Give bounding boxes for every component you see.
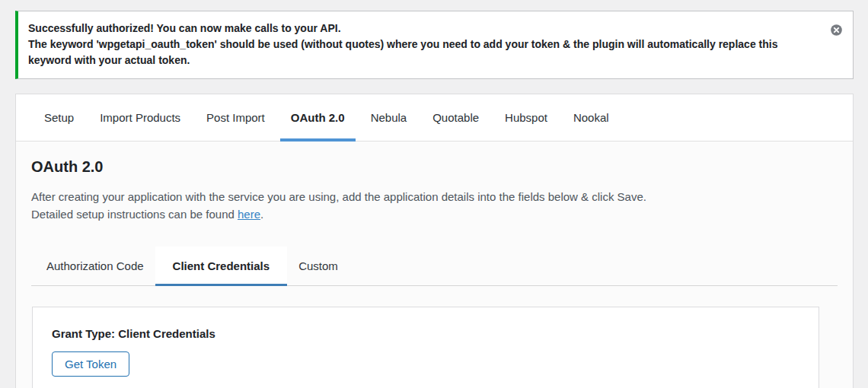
panel-title: OAuth 2.0 <box>31 157 838 176</box>
oauth-panel: OAuth 2.0 After creating your applicatio… <box>16 142 853 388</box>
notice-line1: Successfully authorized! You can now mak… <box>28 22 341 34</box>
notice-message: Successfully authorized! You can now mak… <box>28 21 816 68</box>
instructions-suffix: . <box>260 208 263 221</box>
tab-nebula[interactable]: Nebula <box>358 94 420 141</box>
subtab-custom[interactable]: Custom <box>287 246 349 285</box>
notice-line2: The keyword 'wpgetapi_oauth_token' shoul… <box>28 38 777 66</box>
get-token-button[interactable]: Get Token <box>52 351 129 377</box>
description-line1: After creating your application with the… <box>31 190 646 203</box>
grant-type-box: Grant Type: Client Credentials Get Token <box>32 307 819 388</box>
subtab-authorization-code[interactable]: Authorization Code <box>35 246 155 285</box>
success-notice: Successfully authorized! You can now mak… <box>15 11 854 79</box>
tab-nookal[interactable]: Nookal <box>560 94 622 141</box>
instructions-prefix: Detailed setup instructions can be found <box>31 208 238 221</box>
tab-import-products[interactable]: Import Products <box>87 94 193 141</box>
setup-instructions-link[interactable]: here <box>238 208 260 221</box>
tab-setup[interactable]: Setup <box>31 94 87 141</box>
tab-quotable[interactable]: Quotable <box>420 94 492 141</box>
tab-post-import[interactable]: Post Import <box>193 94 278 141</box>
grant-type-heading: Grant Type: Client Credentials <box>52 326 799 342</box>
dismiss-notice-button[interactable] <box>828 21 844 38</box>
grant-type-tab-bar: Authorization Code Client Credentials Cu… <box>31 246 838 286</box>
subtab-client-credentials[interactable]: Client Credentials <box>155 246 288 285</box>
panel-description: After creating your application with the… <box>31 188 838 223</box>
circle-x-icon <box>830 27 843 39</box>
main-tab-bar: Setup Import Products Post Import OAuth … <box>16 94 853 142</box>
tab-oauth-2-0[interactable]: OAuth 2.0 <box>278 94 358 141</box>
settings-card: Setup Import Products Post Import OAuth … <box>15 94 854 388</box>
tab-hubspot[interactable]: Hubspot <box>492 94 560 141</box>
